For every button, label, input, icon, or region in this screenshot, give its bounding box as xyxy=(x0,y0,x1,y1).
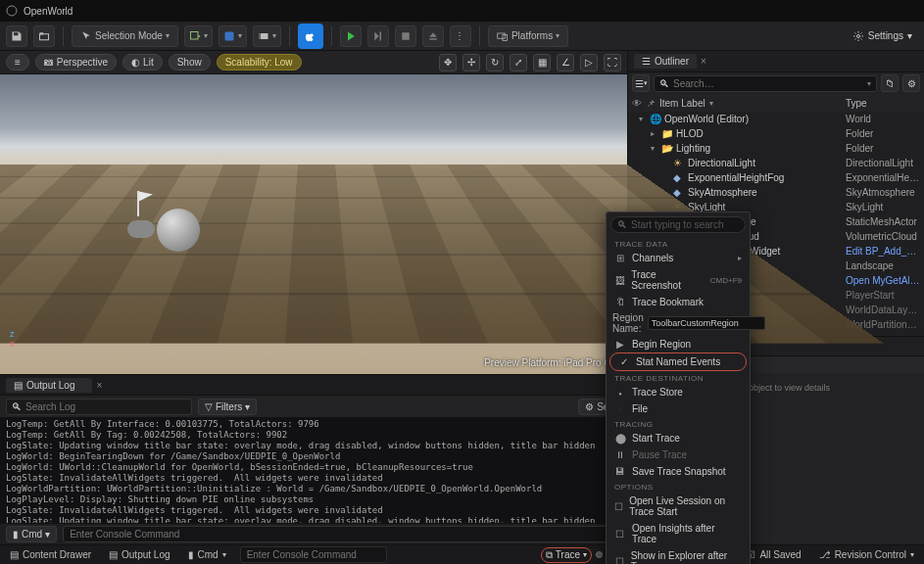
tm-open-insights-after[interactable]: ☐Open Insights after Trace xyxy=(607,520,750,547)
tree-row[interactable]: ☀DirectionalLightDirectionalLight xyxy=(628,156,924,170)
play-options-button[interactable]: ⋮ xyxy=(450,25,471,47)
log-search-field[interactable] xyxy=(25,401,186,412)
svg-rect-1 xyxy=(40,33,49,39)
tm-save-snapshot[interactable]: 💾︎Save Trace Snapshot xyxy=(607,463,750,480)
tm-begin-region[interactable]: ▶Begin Region xyxy=(607,336,750,352)
perspective-dropdown[interactable]: 📷︎Perspective xyxy=(35,54,117,70)
eject-button[interactable] xyxy=(422,25,444,47)
player-start-actor[interactable] xyxy=(127,209,216,248)
output-log-body[interactable]: LogTemp: GetAll By Interface: 0.00103775… xyxy=(0,417,627,523)
sb-console-input[interactable] xyxy=(247,549,381,560)
filters-dropdown[interactable]: ▽ Filters ▾ xyxy=(198,399,257,415)
apple-preview-button[interactable] xyxy=(298,24,323,49)
blueprint-button[interactable]: ▾ xyxy=(219,25,247,47)
item-type: SkyAtmosphere xyxy=(846,187,920,198)
sb-revision-control-dropdown[interactable]: ⎇Revision Control▾ xyxy=(815,549,918,560)
outliner-search[interactable]: 🔍︎ ▾ xyxy=(654,75,877,92)
tree-row[interactable]: ▾🌐OpenWorld (Editor)World xyxy=(628,112,924,126)
item-type: Folder xyxy=(846,128,920,139)
maximize-button[interactable]: ⛶ xyxy=(604,54,621,71)
sb-output-log-button[interactable]: ▤Output Log xyxy=(105,549,173,560)
console-input-wrap[interactable] xyxy=(63,526,621,542)
output-log-tab[interactable]: ▤ Output Log xyxy=(6,378,92,393)
type-header[interactable]: Type xyxy=(846,98,920,109)
settings-label: Settings xyxy=(868,30,903,41)
sb-trace-dropdown[interactable]: ⧉ Trace ▾ xyxy=(541,547,592,563)
browse-button[interactable] xyxy=(33,25,55,47)
tm-open-live-on-start[interactable]: ☐Open Live Session on Trace Start xyxy=(607,493,750,520)
tm-pause-trace: ⏸Pause Trace xyxy=(607,446,750,463)
svg-rect-8 xyxy=(498,33,506,38)
platforms-label: Platforms xyxy=(511,30,553,41)
selection-mode-dropdown[interactable]: Selection Mode ▾ xyxy=(72,25,178,47)
gizmo-rotate-button[interactable]: ↻ xyxy=(486,54,504,71)
window-title: OpenWorld xyxy=(24,6,73,17)
close-icon[interactable]: × xyxy=(96,380,102,391)
gear-icon xyxy=(852,30,864,42)
level-viewport[interactable]: zx Preview Platform: iPad Pro 6… xyxy=(0,74,627,374)
tm-channels[interactable]: ⊞Channels▸ xyxy=(607,250,750,266)
svg-rect-3 xyxy=(190,31,198,39)
sb-all-saved[interactable]: ☑All Saved xyxy=(743,549,804,560)
close-icon[interactable]: × xyxy=(701,56,706,67)
item-type[interactable]: Open MyGetAllActors xyxy=(846,275,920,286)
item-label: SkyAtmosphere xyxy=(688,187,757,198)
search-icon: 🔍︎ xyxy=(12,401,22,412)
expand-toggle[interactable]: ▾ xyxy=(651,144,658,153)
eye-icon[interactable]: 👁︎ xyxy=(632,98,642,109)
snap-angle-button[interactable]: ∠ xyxy=(557,54,574,71)
folder-icon: 📁 xyxy=(661,128,673,140)
stop-button[interactable] xyxy=(395,25,416,47)
show-dropdown[interactable]: Show xyxy=(169,54,211,70)
axis-gizmo[interactable]: zx xyxy=(10,329,15,349)
expand-toggle[interactable]: ▸ xyxy=(651,129,658,138)
expand-toggle[interactable]: ▾ xyxy=(639,115,647,123)
settings-dropdown[interactable]: Settings ▾ xyxy=(847,30,918,42)
scalability-pill[interactable]: Scalability: Low xyxy=(217,54,302,70)
tree-row[interactable]: ◆ExponentialHeightFogExponentialHeightFo… xyxy=(628,170,924,185)
tree-row[interactable]: ▾📂LightingFolder xyxy=(628,141,924,156)
camera-speed-button[interactable]: ▷ xyxy=(580,54,598,71)
gizmo-select-button[interactable]: ✥ xyxy=(439,54,457,71)
cinematics-button[interactable]: ▾ xyxy=(253,25,281,47)
snap-grid-button[interactable]: ▦ xyxy=(533,54,551,71)
viewport-menu-button[interactable]: ≡ xyxy=(6,54,29,70)
content-drawer-button[interactable]: ▤Content Drawer xyxy=(6,549,95,560)
new-folder-button[interactable]: 📁︎ xyxy=(881,74,899,92)
add-button[interactable]: ▾ xyxy=(184,25,213,47)
branch-icon: ⎇ xyxy=(819,549,831,560)
tm-trace-bookmark[interactable]: 🔖︎Trace Bookmark xyxy=(607,294,750,310)
outliner-settings-button[interactable]: ⚙ xyxy=(902,74,920,92)
trace-menu-search[interactable]: 🔍︎ Start typing to search xyxy=(610,216,746,233)
tm-stat-named-events[interactable]: Stat Named Events xyxy=(610,353,746,370)
chevron-down-icon[interactable]: ▾ xyxy=(867,79,871,88)
tree-row[interactable]: ▸📁HLODFolder xyxy=(628,126,924,141)
log-search-input[interactable]: 🔍︎ xyxy=(6,399,192,415)
tm-region-label: Region Name: xyxy=(612,312,644,334)
tm-region-input[interactable] xyxy=(648,316,765,330)
outliner-tab[interactable]: ☰ Outliner xyxy=(634,54,697,69)
console-mode-dropdown[interactable]: ▮ Cmd ▾ xyxy=(6,526,57,542)
main-toolbar: Selection Mode ▾ ▾ ▾ ▾ ⋮ Platforms ▾ Set… xyxy=(0,22,924,51)
item-label-header[interactable]: Item Label xyxy=(659,98,705,109)
play-button[interactable] xyxy=(340,25,362,47)
tm-trace-screenshot[interactable]: 🖼︎Trace ScreenshotCMD+F9 xyxy=(607,266,750,294)
item-type[interactable]: Edit BP_Add_GetAll_W… xyxy=(846,246,920,257)
gizmo-scale-button[interactable]: ⤢ xyxy=(510,54,527,71)
console-input[interactable] xyxy=(70,529,614,540)
tm-start-trace[interactable]: ⬤Start Trace xyxy=(607,430,750,446)
tm-show-in-explorer[interactable]: ☐Show in Explorer after Trace xyxy=(607,547,750,564)
lit-dropdown[interactable]: ◐Lit xyxy=(122,54,163,70)
platforms-dropdown[interactable]: Platforms ▾ xyxy=(488,25,568,47)
skip-frame-button[interactable] xyxy=(367,25,389,47)
tm-section-dest: TRACE DESTINATION xyxy=(607,371,750,384)
gizmo-move-button[interactable]: ✢ xyxy=(462,54,480,71)
outliner-search-field[interactable] xyxy=(673,78,863,89)
filter-button[interactable]: ☰▾ xyxy=(632,74,650,92)
sb-cmd-dropdown[interactable]: ▮Cmd▾ xyxy=(184,549,230,560)
tm-file[interactable]: ○File xyxy=(607,400,750,417)
tm-trace-store[interactable]: Trace Store xyxy=(607,384,750,400)
pin-icon[interactable]: 📌︎ xyxy=(646,98,656,109)
sb-console-input-wrap[interactable] xyxy=(240,546,388,563)
save-button[interactable] xyxy=(6,25,27,47)
